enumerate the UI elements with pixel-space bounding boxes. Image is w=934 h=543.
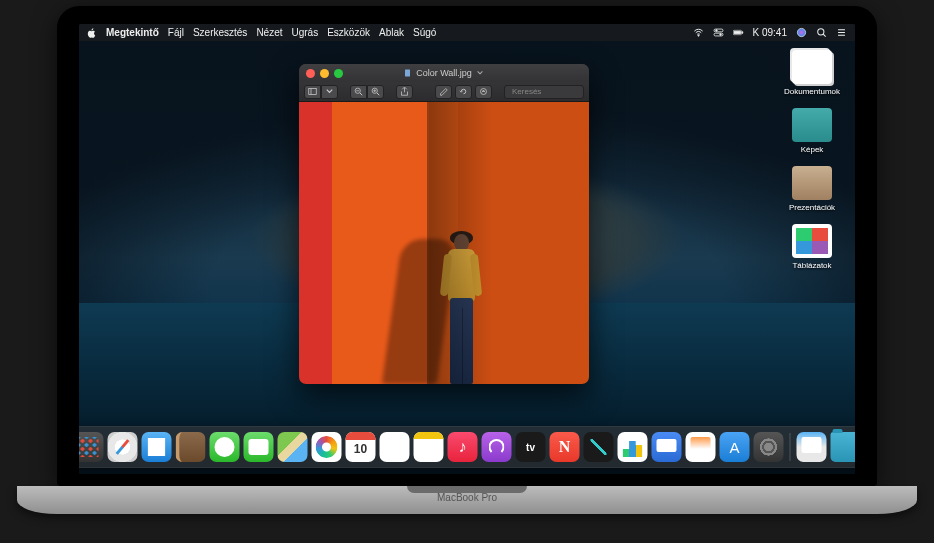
laptop-base: MacBook Pro xyxy=(17,486,917,514)
chevron-down-icon[interactable] xyxy=(476,69,484,77)
svg-line-19 xyxy=(360,93,362,95)
svg-point-9 xyxy=(818,29,824,35)
highlight-button[interactable] xyxy=(435,85,452,99)
dock-notes[interactable] xyxy=(414,432,444,462)
dock-reminders[interactable] xyxy=(380,432,410,462)
dock-calendar[interactable]: 10 xyxy=(346,432,376,462)
preview-window[interactable]: Color Wall.jpg xyxy=(299,64,589,384)
notification-center-icon[interactable] xyxy=(836,27,847,38)
stack-label: Prezentációk xyxy=(789,203,835,212)
dock-stocks[interactable] xyxy=(584,432,614,462)
stack-label: Képek xyxy=(801,145,824,154)
dock-preview[interactable] xyxy=(797,432,827,462)
jpeg-file-icon xyxy=(404,69,412,77)
menu-view[interactable]: Nézet xyxy=(256,27,282,38)
color-wall-photo xyxy=(299,102,589,384)
battery-icon[interactable] xyxy=(733,27,744,38)
dock-contacts[interactable] xyxy=(176,432,206,462)
dock: 10 xyxy=(79,426,855,468)
zoom-in-button[interactable] xyxy=(367,85,384,99)
svg-line-10 xyxy=(823,34,825,36)
dock-appstore[interactable] xyxy=(720,432,750,462)
window-title-text: Color Wall.jpg xyxy=(416,68,472,78)
wifi-icon[interactable] xyxy=(693,27,704,38)
svg-line-23 xyxy=(377,93,379,95)
stack-label: Táblázatok xyxy=(792,261,831,270)
dock-downloads-folder[interactable] xyxy=(831,432,856,462)
dock-safari[interactable] xyxy=(108,432,138,462)
documents-stack-icon xyxy=(792,50,832,84)
menubar-clock[interactable]: K 09:41 xyxy=(753,27,787,38)
menu-window[interactable]: Ablak xyxy=(379,27,404,38)
menu-edit[interactable]: Szerkesztés xyxy=(193,27,247,38)
dock-mail[interactable] xyxy=(142,432,172,462)
svg-point-8 xyxy=(797,28,805,36)
calendar-day: 10 xyxy=(346,442,376,456)
presentations-stack-icon xyxy=(792,166,832,200)
svg-point-4 xyxy=(719,34,721,36)
dock-messages[interactable] xyxy=(210,432,240,462)
sidebar-toggle-button[interactable] xyxy=(304,85,321,99)
dock-numbers[interactable] xyxy=(618,432,648,462)
dock-tv[interactable] xyxy=(516,432,546,462)
dock-separator xyxy=(790,433,791,461)
menu-tools[interactable]: Eszközök xyxy=(327,27,370,38)
dock-podcasts[interactable] xyxy=(482,432,512,462)
markup-button[interactable] xyxy=(475,85,492,99)
dock-keynote[interactable] xyxy=(652,432,682,462)
zoom-out-button[interactable] xyxy=(350,85,367,99)
dock-maps[interactable] xyxy=(278,432,308,462)
dock-facetime[interactable] xyxy=(244,432,274,462)
view-options-button[interactable] xyxy=(321,85,338,99)
menu-go[interactable]: Ugrás xyxy=(292,27,319,38)
svg-point-0 xyxy=(697,35,698,36)
menubar: Megtekintő Fájl Szerkesztés Nézet Ugrás … xyxy=(79,24,855,41)
stack-spreadsheets[interactable]: Táblázatok xyxy=(777,224,847,270)
pictures-stack-icon xyxy=(792,108,832,142)
search-input[interactable] xyxy=(512,87,589,96)
dock-pages[interactable] xyxy=(686,432,716,462)
window-titlebar[interactable]: Color Wall.jpg xyxy=(299,64,589,82)
svg-point-2 xyxy=(715,30,717,32)
stack-documents[interactable]: Dokumentumok xyxy=(777,50,847,96)
siri-icon[interactable] xyxy=(796,27,807,38)
stack-presentations[interactable]: Prezentációk xyxy=(777,166,847,212)
menu-file[interactable]: Fájl xyxy=(168,27,184,38)
menubar-app-name[interactable]: Megtekintő xyxy=(106,27,159,38)
spotlight-icon[interactable] xyxy=(816,27,827,38)
rotate-button[interactable] xyxy=(455,85,472,99)
spreadsheets-stack-icon xyxy=(792,224,832,258)
person-in-photo xyxy=(432,234,492,384)
preview-content[interactable] xyxy=(299,102,589,384)
control-center-icon[interactable] xyxy=(713,27,724,38)
preview-toolbar xyxy=(299,82,589,102)
svg-rect-7 xyxy=(741,31,742,33)
window-title: Color Wall.jpg xyxy=(299,68,589,78)
dock-system-preferences[interactable] xyxy=(754,432,784,462)
svg-rect-6 xyxy=(734,31,741,34)
share-button[interactable] xyxy=(396,85,413,99)
stack-label: Dokumentumok xyxy=(784,87,840,96)
menu-help[interactable]: Súgó xyxy=(413,27,436,38)
dock-music[interactable] xyxy=(448,432,478,462)
svg-rect-14 xyxy=(405,70,410,77)
search-field[interactable] xyxy=(504,85,584,99)
stack-pictures[interactable]: Képek xyxy=(777,108,847,154)
device-label: MacBook Pro xyxy=(17,492,917,503)
dock-news[interactable] xyxy=(550,432,580,462)
apple-menu-icon[interactable] xyxy=(87,28,97,38)
dock-launchpad[interactable] xyxy=(79,432,104,462)
svg-rect-15 xyxy=(309,89,317,95)
dock-photos[interactable] xyxy=(312,432,342,462)
desktop-stacks: Dokumentumok Képek Prezentációk Táblázat… xyxy=(777,50,847,270)
